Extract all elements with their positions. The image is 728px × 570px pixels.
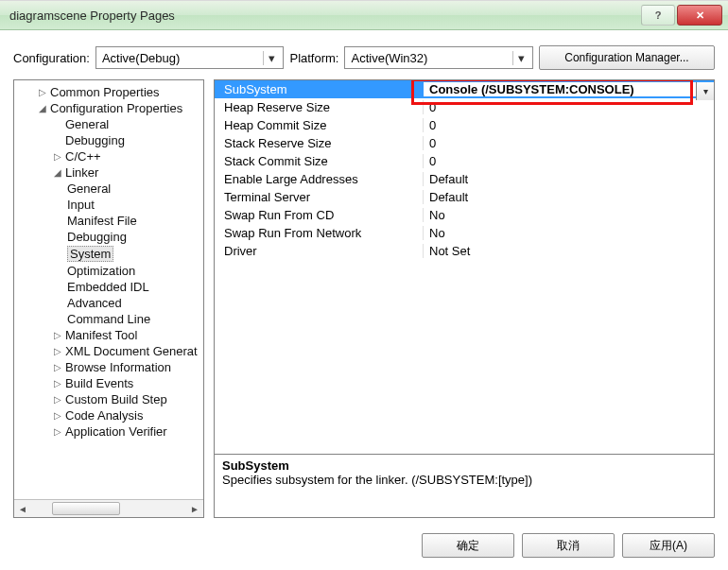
property-description: SubSystem Specifies subsystem for the li…: [214, 455, 715, 518]
property-row[interactable]: Stack Commit Size0: [215, 152, 714, 170]
property-value: 0: [424, 136, 714, 150]
property-row[interactable]: Heap Reserve Size0: [215, 98, 714, 116]
chevron-down-icon: ▾: [263, 51, 279, 65]
property-grid-pane: SubSystemConsole (/SUBSYSTEM:CONSOLE)▾He…: [214, 79, 715, 518]
property-name: Stack Reserve Size: [215, 136, 424, 150]
description-text: Specifies subsystem for the linker. (/SU…: [222, 473, 706, 487]
property-row[interactable]: Swap Run From NetworkNo: [215, 224, 714, 242]
expand-icon: ▷: [37, 87, 48, 97]
property-value: 0: [424, 154, 714, 168]
tree-item-linker-general[interactable]: General: [14, 181, 203, 197]
tree-item-linker-embedded-idl[interactable]: Embedded IDL: [14, 279, 203, 295]
window-controls: ? ✕: [639, 5, 722, 26]
platform-value: Active(Win32): [351, 51, 427, 65]
expand-icon: ▷: [52, 394, 63, 405]
scroll-left-icon[interactable]: ◄: [14, 501, 31, 516]
property-value: Not Set: [424, 244, 714, 258]
tree-item-linker-system[interactable]: System: [14, 245, 203, 263]
tree-pane: ▷Common Properties ◢Configuration Proper…: [13, 79, 204, 518]
tree-item-browse-info[interactable]: ▷Browse Information: [14, 359, 203, 375]
property-row[interactable]: Stack Reserve Size0: [215, 134, 714, 152]
property-pages-dialog: diagramscene Property Pages ? ✕ Configur…: [0, 0, 728, 570]
property-value: No: [424, 226, 714, 240]
expand-icon: ▷: [52, 362, 63, 372]
tree-item-linker-manifest[interactable]: Manifest File: [14, 213, 203, 229]
tree-item-linker-advanced[interactable]: Advanced: [14, 295, 203, 311]
property-row[interactable]: DriverNot Set: [215, 242, 714, 260]
main-area: ▷Common Properties ◢Configuration Proper…: [0, 79, 728, 526]
tree-item-linker[interactable]: ◢Linker: [14, 164, 203, 181]
platform-dropdown[interactable]: Active(Win32) ▾: [344, 46, 533, 69]
tree-item-linker-cmdline[interactable]: Command Line: [14, 311, 203, 327]
property-name: Terminal Server: [215, 190, 424, 204]
property-value: Default: [424, 190, 714, 204]
config-row: Configuration: Active(Debug) ▾ Platform:…: [0, 30, 728, 79]
chevron-down-icon[interactable]: ▾: [696, 82, 714, 100]
property-name: Swap Run From CD: [215, 208, 424, 222]
configuration-manager-button[interactable]: Configuration Manager...: [539, 45, 715, 70]
property-name: Driver: [215, 244, 424, 258]
tree-item-general[interactable]: General: [14, 116, 203, 132]
tree-item-manifest-tool[interactable]: ▷Manifest Tool: [14, 327, 203, 343]
property-row[interactable]: Terminal ServerDefault: [215, 188, 714, 206]
collapse-icon: ◢: [52, 167, 63, 178]
property-name: Swap Run From Network: [215, 226, 424, 240]
help-button[interactable]: ?: [641, 5, 675, 26]
platform-label: Platform:: [289, 51, 338, 65]
titlebar: diagramscene Property Pages ? ✕: [0, 1, 728, 30]
expand-icon: ▷: [52, 346, 63, 356]
property-row[interactable]: Heap Commit Size0: [215, 116, 714, 134]
configuration-value: Active(Debug): [102, 51, 180, 65]
property-value: No: [424, 208, 714, 222]
tree-item-xml-doc-gen[interactable]: ▷XML Document Generat: [14, 343, 203, 359]
tree-item-linker-input[interactable]: Input: [14, 197, 203, 213]
expand-icon: ▷: [52, 330, 63, 340]
property-row[interactable]: SubSystemConsole (/SUBSYSTEM:CONSOLE)▾: [215, 80, 714, 98]
tree-item-ccpp[interactable]: ▷C/C++: [14, 148, 203, 164]
chevron-down-icon: ▾: [512, 51, 529, 65]
apply-button[interactable]: 应用(A): [622, 533, 715, 558]
property-name: Heap Reserve Size: [215, 100, 424, 114]
tree-item-common-properties[interactable]: ▷Common Properties: [14, 84, 203, 100]
configuration-dropdown[interactable]: Active(Debug) ▾: [95, 46, 285, 69]
tree-item-custom-build[interactable]: ▷Custom Build Step: [14, 391, 203, 407]
tree-item-linker-optimization[interactable]: Optimization: [14, 263, 203, 279]
configuration-label: Configuration:: [13, 51, 90, 65]
property-value: Default: [424, 172, 714, 186]
property-name: Stack Commit Size: [215, 154, 424, 168]
scroll-thumb[interactable]: [52, 502, 120, 515]
scroll-right-icon[interactable]: ►: [186, 501, 203, 516]
expand-icon: ▷: [52, 151, 63, 162]
property-name: Enable Large Addresses: [215, 172, 424, 186]
tree-horizontal-scrollbar[interactable]: ◄ ►: [14, 499, 203, 517]
property-row[interactable]: Swap Run From CDNo: [215, 206, 714, 224]
expand-icon: ▷: [52, 410, 63, 421]
tree-item-code-analysis[interactable]: ▷Code Analysis: [14, 407, 203, 423]
description-title: SubSystem: [222, 458, 706, 473]
close-button[interactable]: ✕: [677, 5, 722, 26]
expand-icon: ▷: [52, 378, 63, 389]
property-value[interactable]: Console (/SUBSYSTEM:CONSOLE)▾: [424, 82, 714, 96]
tree-item-config-properties[interactable]: ◢Configuration Properties: [14, 100, 203, 116]
tree-item-debugging[interactable]: Debugging: [14, 132, 203, 148]
dialog-buttons: 确定 取消 应用(A): [0, 526, 728, 570]
window-title: diagramscene Property Pages: [9, 9, 639, 23]
tree-item-linker-debugging[interactable]: Debugging: [14, 229, 203, 245]
expand-icon: ▷: [52, 426, 63, 437]
cancel-button[interactable]: 取消: [522, 533, 615, 558]
tree-item-app-verifier[interactable]: ▷Application Verifier: [14, 423, 203, 440]
tree-item-build-events[interactable]: ▷Build Events: [14, 375, 203, 391]
ok-button[interactable]: 确定: [422, 533, 514, 558]
collapse-icon: ◢: [37, 103, 48, 113]
property-name: Heap Commit Size: [215, 118, 424, 132]
property-value: 0: [424, 118, 714, 132]
property-row[interactable]: Enable Large AddressesDefault: [215, 170, 714, 188]
property-name: SubSystem: [215, 82, 424, 96]
property-tree[interactable]: ▷Common Properties ◢Configuration Proper…: [14, 80, 203, 499]
property-value: 0: [424, 100, 714, 114]
property-grid[interactable]: SubSystemConsole (/SUBSYSTEM:CONSOLE)▾He…: [214, 79, 715, 455]
